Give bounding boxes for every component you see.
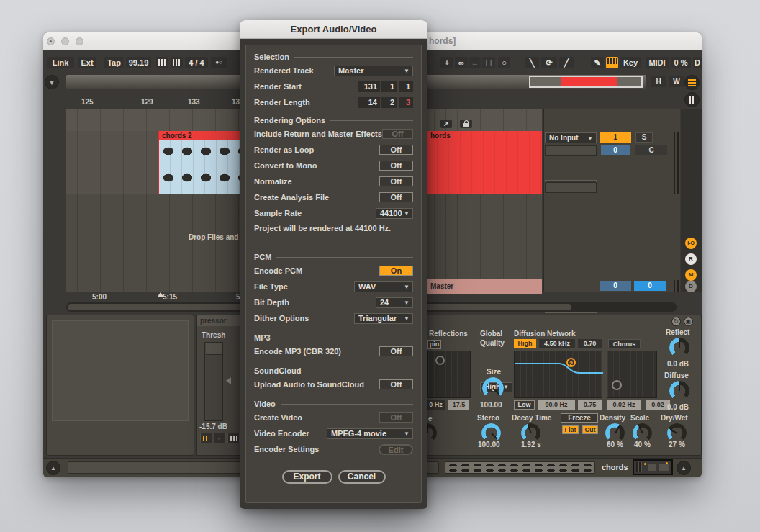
automation-arrow-icon[interactable]: ↗: [440, 120, 452, 128]
track-volume-field[interactable]: 0: [601, 145, 630, 155]
metronome-dots[interactable]: ●○: [211, 57, 227, 68]
io-toggle-button[interactable]: I-O: [685, 238, 697, 249]
low-shelf-toggle[interactable]: Low: [514, 400, 535, 410]
circle-icon[interactable]: ○: [498, 57, 510, 68]
soundcloud-upload-toggle[interactable]: Off: [379, 379, 413, 389]
chorus-amount-field[interactable]: 0.02: [646, 400, 670, 410]
rendered-track-dropdown[interactable]: Master▼: [334, 66, 413, 76]
track-input-dropdown[interactable]: No Input▼: [545, 132, 597, 143]
save-preset-icon[interactable]: ▣: [684, 317, 693, 326]
render-length-bars[interactable]: 14: [358, 97, 380, 108]
spin-amount-field[interactable]: 17.5: [448, 400, 469, 410]
pencil-icon[interactable]: ✎: [591, 57, 604, 68]
returns-toggle-button[interactable]: R: [685, 253, 697, 265]
zoom-window-button[interactable]: [76, 37, 83, 45]
encode-mp3-toggle[interactable]: Off: [379, 346, 413, 356]
device-chain-thumbnail[interactable]: [633, 459, 673, 475]
minimize-window-button[interactable]: [61, 37, 69, 45]
diffusion-eq-display[interactable]: 2: [514, 351, 602, 398]
track-output-channel-box[interactable]: [545, 182, 597, 193]
early-reflections-xy-display[interactable]: [428, 351, 471, 398]
bit-depth-dropdown[interactable]: 24▼: [376, 297, 413, 308]
transfer-curve-icon[interactable]: ⌐: [214, 433, 226, 443]
render-start-sixteenths[interactable]: 1: [399, 81, 413, 92]
xy-marker[interactable]: [612, 380, 622, 390]
back-to-arrangement-icon[interactable]: ▼: [45, 75, 59, 89]
fade-in-icon[interactable]: ╲: [525, 57, 539, 68]
master-volume-field[interactable]: 0: [600, 281, 631, 291]
encode-pcm-toggle[interactable]: On: [379, 266, 413, 276]
hamburger-menu-icon[interactable]: [684, 75, 700, 90]
loop-marker-icon[interactable]: [158, 292, 163, 297]
device-title-bar[interactable]: pressor: [197, 315, 240, 326]
activity-view-icon[interactable]: [200, 433, 212, 443]
low-shelf-freq-field[interactable]: 90.0 Hz: [538, 400, 575, 410]
show-info-view-icon[interactable]: ▲: [46, 461, 60, 475]
normalize-toggle[interactable]: Off: [379, 176, 413, 186]
analysis-file-toggle[interactable]: Off: [379, 192, 413, 202]
export-button[interactable]: Export: [282, 470, 332, 484]
clip-title-bar[interactable]: chords 2: [159, 131, 240, 140]
render-start-bars[interactable]: 131: [358, 81, 380, 92]
chorus-rate-field[interactable]: 0.02 Hz: [607, 400, 641, 410]
video-encoder-dropdown[interactable]: MPEG-4 movie▼: [327, 428, 413, 439]
close-window-button[interactable]: [47, 37, 55, 45]
sample-overview-strip[interactable]: [445, 461, 595, 474]
height-zoom-button[interactable]: H: [651, 76, 666, 87]
track-pan-field[interactable]: C: [635, 145, 667, 155]
render-start-beats[interactable]: 1: [381, 81, 397, 92]
scale-knob[interactable]: [633, 423, 652, 443]
high-shelf-gain-field[interactable]: 0.70: [578, 339, 602, 348]
threshold-slider[interactable]: [204, 342, 223, 421]
size-knob[interactable]: [482, 377, 504, 399]
chorus-xy-display[interactable]: [607, 351, 657, 398]
link-button[interactable]: Link: [47, 57, 74, 68]
ext-button[interactable]: Ext: [78, 57, 96, 68]
chorus-label[interactable]: Chorus: [608, 339, 641, 348]
brackets-icon[interactable]: [ ]: [482, 57, 495, 68]
arrow-left-icon[interactable]: ←: [469, 57, 481, 68]
decay-time-knob[interactable]: [521, 423, 540, 443]
xy-marker[interactable]: [435, 356, 445, 365]
master-pan-field[interactable]: 0: [634, 281, 666, 291]
plus-icon[interactable]: +: [440, 57, 453, 68]
density-knob[interactable]: [605, 423, 625, 443]
spin-button[interactable]: pin: [428, 340, 441, 349]
eq-band-marker[interactable]: 2: [566, 358, 576, 367]
track-activator-button[interactable]: 1: [600, 132, 631, 143]
stereo-knob[interactable]: [481, 423, 501, 443]
lock-icon[interactable]: [460, 120, 472, 128]
drywet-knob[interactable]: [667, 423, 687, 443]
render-as-loop-toggle[interactable]: Off: [379, 145, 413, 155]
render-length-sixteenths[interactable]: 3: [399, 97, 413, 108]
overview-viewport-box[interactable]: [529, 76, 643, 88]
gain-reduction-icon[interactable]: [227, 433, 240, 443]
piano-keyboard-icon[interactable]: [606, 57, 618, 68]
nudge-bars-icon-1[interactable]: [156, 57, 168, 68]
high-shelf-freq-field[interactable]: 4.50 kHz: [539, 339, 575, 348]
cut-toggle[interactable]: Cut: [582, 425, 598, 434]
time-signature-field[interactable]: 4 / 4: [185, 57, 208, 68]
key-map-button[interactable]: Key: [620, 57, 641, 68]
mixer-toggle-button[interactable]: M: [685, 269, 697, 281]
hot-swap-icon[interactable]: ↻: [671, 317, 681, 326]
tempo-field[interactable]: 99.19: [126, 57, 151, 68]
solo-button[interactable]: S: [635, 132, 653, 143]
midi-map-button[interactable]: MIDI: [646, 57, 669, 68]
dither-options-dropdown[interactable]: Triangular▼: [354, 313, 413, 324]
delay-toggle-button[interactable]: D: [685, 281, 697, 292]
flat-toggle[interactable]: Flat: [562, 425, 579, 434]
mixer-bars-icon[interactable]: [684, 92, 700, 107]
spin-rate-field[interactable]: 0 Hz: [426, 400, 445, 410]
show-detail-view-icon[interactable]: ▲: [677, 461, 691, 475]
slider-arrow-icon[interactable]: [226, 377, 231, 384]
follow-icon[interactable]: ∞: [455, 57, 468, 68]
high-shelf-toggle[interactable]: High: [514, 339, 536, 348]
cancel-button[interactable]: Cancel: [338, 470, 386, 484]
convert-to-mono-toggle[interactable]: Off: [379, 161, 413, 171]
low-shelf-gain-field[interactable]: 0.75: [578, 400, 602, 410]
diffuse-knob[interactable]: [669, 381, 689, 401]
loop-icon[interactable]: ⟳: [541, 57, 557, 68]
reflect-knob[interactable]: [669, 338, 689, 358]
file-type-dropdown[interactable]: WAV▼: [354, 281, 413, 292]
